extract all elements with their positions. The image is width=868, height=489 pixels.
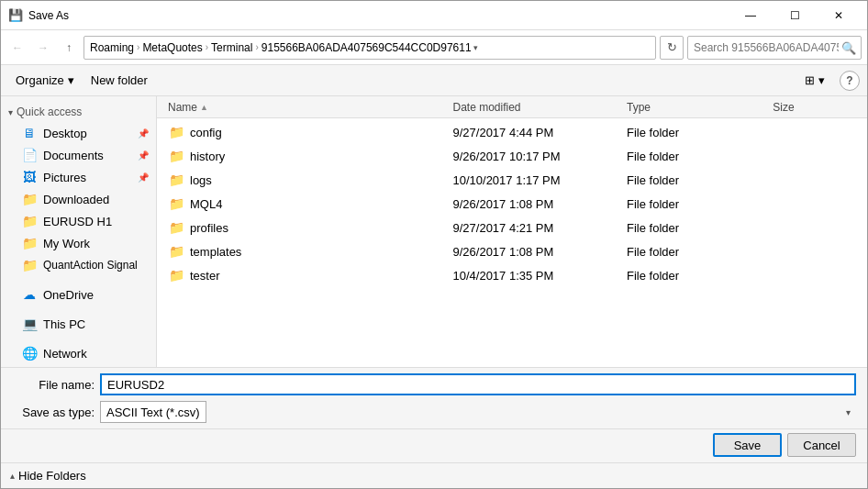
table-row[interactable]: 📁 profiles 9/27/2017 4:21 PM File folder [157,216,867,239]
hide-folders-bar: ▴ Hide Folders [1,462,867,488]
help-button[interactable]: ? [840,71,860,91]
back-button[interactable]: ← [6,37,28,59]
table-row[interactable]: 📁 config 9/27/2017 4:44 PM File folder [157,120,867,144]
chevron-up-icon: ▴ [10,471,15,481]
table-row[interactable]: 📁 history 9/26/2017 10:17 PM File folder [157,144,867,168]
pin-icon-pictures: 📌 [138,172,149,183]
pin-icon-documents: 📌 [138,150,149,161]
table-row[interactable]: 📁 templates 9/26/2017 1:08 PM File folde… [157,239,867,263]
folder-icon: 📁 [168,148,184,164]
table-row[interactable]: 📁 logs 10/10/2017 1:17 PM File folder [157,168,867,192]
quick-access-header[interactable]: ▾ Quick access [1,100,156,122]
folder-icon: 📁 [168,124,184,140]
view-button[interactable]: ⊞ ▾ [797,69,832,93]
filetype-label: Save as type: [12,406,95,419]
title-bar: 💾 Save As — ☐ ✕ [1,1,867,30]
breadcrumb-item-metaquotes[interactable]: MetaQuotes › [142,41,211,54]
refresh-button[interactable]: ↻ [660,36,684,60]
file-list: 📁 config 9/27/2017 4:44 PM File folder 📁… [157,118,867,367]
forward-button[interactable]: → [32,37,54,59]
sidebar-item-thispc[interactable]: 💻 This PC [1,313,156,335]
quantaction-icon: 📁 [21,257,38,273]
new-folder-button[interactable]: New folder [83,69,155,93]
cancel-button[interactable]: Cancel [787,433,856,457]
breadcrumb-item-terminal[interactable]: Terminal › [211,41,262,54]
col-header-size[interactable]: Size [769,101,860,114]
sidebar-item-desktop[interactable]: 🖥 Desktop 📌 [1,122,156,144]
col-header-type[interactable]: Type [623,101,769,114]
sidebar-item-eurusd[interactable]: 📁 EURUSD H1 [1,210,156,232]
folder-icon: 📁 [168,267,184,283]
address-bar: ← → ↑ Roaming › MetaQuotes › Terminal › … [1,30,867,65]
mywork-icon: 📁 [21,235,38,251]
col-header-date[interactable]: Date modified [450,101,624,114]
folder-icon: 📁 [168,243,184,260]
maximize-button[interactable]: ☐ [773,1,816,30]
breadcrumb-item-roaming[interactable]: Roaming › [90,41,142,54]
pin-icon-desktop: 📌 [138,128,149,139]
window-icon: 💾 [8,8,23,23]
table-row[interactable]: 📁 tester 10/4/2017 1:35 PM File folder [157,263,867,287]
quick-access-chevron: ▾ [8,107,13,117]
thispc-icon: 💻 [21,316,38,332]
eurusd-icon: 📁 [21,213,38,229]
action-buttons-row: Save Cancel [1,428,867,462]
save-as-dialog: 💾 Save As — ☐ ✕ ← → ↑ Roaming › MetaQuot… [0,0,868,489]
sidebar-item-mywork[interactable]: 📁 My Work [1,232,156,254]
dropdown-arrow-icon: ▾ [846,407,851,417]
search-input[interactable] [687,36,862,60]
sidebar-item-documents[interactable]: 📄 Documents 📌 [1,144,156,166]
window-title: Save As [28,9,729,22]
sidebar: ▾ Quick access 🖥 Desktop 📌 📄 Documents 📌… [1,96,157,367]
filename-label: File name: [12,378,95,392]
filename-row: File name: [12,373,856,395]
folder-icon: 📁 [168,219,184,236]
filetype-row: Save as type: ASCII Text (*.csv) ▾ [12,401,856,423]
toolbar: Organize ▾ New folder ⊞ ▾ ? [1,65,867,96]
desktop-icon: 🖥 [21,125,38,141]
sidebar-item-onedrive[interactable]: ☁ OneDrive [1,283,156,306]
table-row[interactable]: 📁 MQL4 9/26/2017 1:08 PM File folder [157,192,867,216]
window-controls: — ☐ ✕ [729,1,860,30]
bottom-bar: File name: Save as type: ASCII Text (*.c… [1,367,867,428]
filetype-select[interactable]: ASCII Text (*.csv) [100,401,206,423]
close-button[interactable]: ✕ [818,1,860,30]
search-wrapper: 🔍 [687,36,862,60]
minimize-button[interactable]: — [729,1,772,30]
sidebar-item-network[interactable]: 🌐 Network [1,342,156,364]
main-area: ▾ Quick access 🖥 Desktop 📌 📄 Documents 📌… [1,96,867,367]
hide-folders-button[interactable]: ▴ Hide Folders [10,469,86,483]
content-area: Name ▲ Date modified Type Size 📁 config [157,96,867,367]
organize-button[interactable]: Organize ▾ [8,69,82,93]
sort-arrow-name: ▲ [200,103,208,112]
sidebar-item-pictures[interactable]: 🖼 Pictures 📌 [1,166,156,188]
file-list-header: Name ▲ Date modified Type Size [157,96,867,118]
filename-input[interactable] [100,373,856,395]
sidebar-item-quantaction[interactable]: 📁 QuantAction Signal [1,254,156,276]
documents-icon: 📄 [21,147,38,163]
folder-icon: 📁 [168,172,184,188]
col-header-name[interactable]: Name ▲ [164,101,450,114]
folder-icon: 📁 [168,195,184,212]
up-button[interactable]: ↑ [58,37,80,59]
save-button[interactable]: Save [713,433,782,457]
view-icon: ⊞ [805,73,815,87]
breadcrumb-item-hash[interactable]: 915566BA06ADA407569C544CC0D97611 ▾ [262,41,478,54]
downloaded-icon: 📁 [21,191,38,207]
breadcrumb[interactable]: Roaming › MetaQuotes › Terminal › 915566… [83,36,656,60]
view-options: ⊞ ▾ ? [797,69,860,93]
onedrive-icon: ☁ [21,286,38,303]
sidebar-item-downloaded[interactable]: 📁 Downloaded [1,188,156,210]
pictures-icon: 🖼 [21,169,38,185]
network-icon: 🌐 [21,345,38,361]
filetype-wrapper: ASCII Text (*.csv) ▾ [100,401,856,423]
